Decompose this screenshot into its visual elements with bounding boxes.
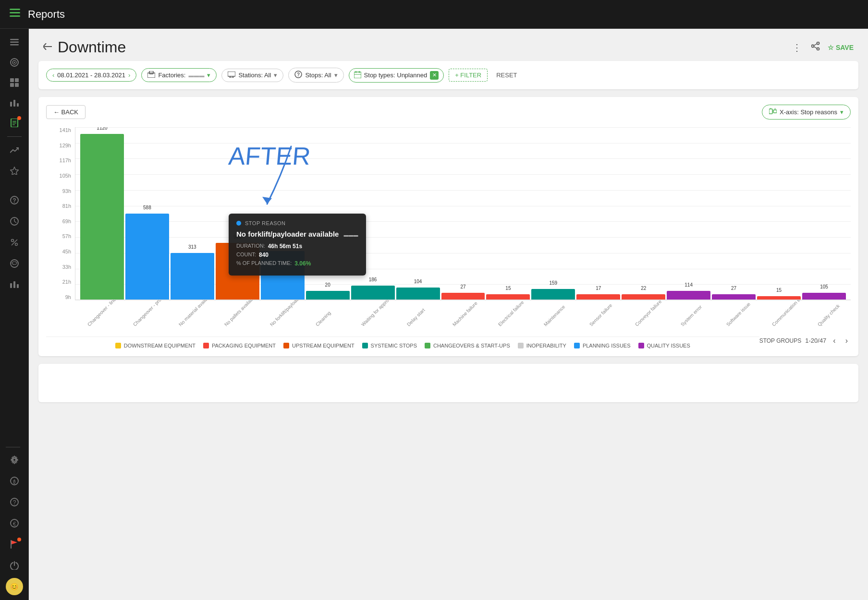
sidebar-item-barchart[interactable]: [6, 94, 23, 111]
calendar-icon: [354, 71, 361, 80]
sidebar-item-target[interactable]: [6, 54, 23, 71]
sidebar-settings[interactable]: [6, 451, 23, 468]
chart-area: 141h129h117h105h93h81h69h57h45h33h21h9h …: [46, 127, 851, 329]
chart-toolbar: ← BACK X-axis: Stop reasons ▾: [46, 105, 851, 120]
svg-text:?: ?: [12, 197, 16, 204]
bar[interactable]: 1120: [80, 134, 124, 300]
legend-color: [203, 343, 209, 348]
hamburger-icon[interactable]: [10, 9, 20, 20]
legend-label: QUALITY ISSUES: [647, 343, 690, 348]
bar[interactable]: 20: [306, 291, 350, 300]
svg-rect-1: [10, 12, 20, 13]
bar-group[interactable]: 22: [622, 127, 665, 300]
legend-color: [362, 343, 368, 348]
bar-group[interactable]: 1120: [80, 127, 124, 300]
bar-group[interactable]: 104: [396, 127, 440, 300]
legend-label: UPSTREAM EQUIPMENT: [292, 343, 355, 348]
stops-filter[interactable]: ? Stops: All ▾: [288, 68, 343, 83]
pagination-range: 1-20/47: [805, 337, 826, 344]
bar[interactable]: 313: [171, 253, 214, 300]
bar[interactable]: 27: [712, 294, 756, 300]
sidebar-item-clock[interactable]: [6, 213, 23, 230]
stations-filter[interactable]: Stations: All ▾: [221, 69, 283, 82]
factories-filter[interactable]: Factories: ▬▬▬ ▾: [141, 68, 217, 82]
bar-group[interactable]: 15: [757, 127, 801, 300]
bar-group[interactable]: 313: [171, 127, 214, 300]
bar[interactable]: 22: [622, 294, 665, 300]
sidebar-power[interactable]: [6, 557, 23, 574]
stop-types-delete-button[interactable]: ✕: [430, 71, 439, 80]
sidebar-item-percent[interactable]: [6, 234, 23, 251]
svg-line-25: [14, 221, 16, 223]
sidebar-item-trending[interactable]: [6, 142, 23, 159]
bar[interactable]: 104: [396, 288, 440, 300]
legend-label: DOWNSTREAM EQUIPMENT: [124, 343, 196, 348]
svg-point-45: [817, 42, 819, 45]
sidebar-item-chart2[interactable]: [6, 276, 23, 293]
bar-group[interactable]: 105: [802, 127, 846, 300]
x-axis-label: No material available: [178, 300, 213, 327]
save-button[interactable]: ☆ SAVE: [828, 44, 854, 51]
xaxis-button[interactable]: X-axis: Stop reasons ▾: [762, 105, 851, 120]
tooltip-pct-row: % OF PLANNED TIME: 3.06%: [236, 260, 358, 267]
avatar[interactable]: 😊: [6, 578, 23, 595]
bar-group[interactable]: 588: [125, 127, 169, 300]
x-axis-label: Cleaning: [315, 310, 332, 327]
bar[interactable]: 27: [441, 293, 485, 300]
sidebar-help2[interactable]: ?: [6, 493, 23, 511]
next-date-icon[interactable]: ›: [128, 72, 130, 79]
bar[interactable]: 114: [667, 291, 710, 300]
sidebar-flag[interactable]: [6, 536, 23, 553]
sidebar-item-list[interactable]: [6, 34, 23, 51]
bar[interactable]: 159: [531, 289, 575, 300]
sidebar-item-reports[interactable]: [6, 114, 23, 132]
bars-container[interactable]: 1120588313962840201861042715159172211427…: [75, 127, 851, 300]
bar[interactable]: 105: [802, 293, 846, 300]
bar[interactable]: 15: [757, 296, 801, 300]
bar-group[interactable]: 15: [486, 127, 530, 300]
breadcrumb-expand-icon[interactable]: [43, 42, 52, 52]
svg-line-28: [12, 240, 17, 245]
stop-types-filter[interactable]: Stop types: Unplanned ✕: [349, 68, 444, 83]
bar[interactable]: 588: [125, 214, 169, 300]
svg-text:₿: ₿: [12, 479, 15, 484]
add-filter-button[interactable]: + FILTER: [449, 69, 488, 82]
bar[interactable]: 15: [486, 294, 530, 300]
legend-label: PACKAGING EQUIPMENT: [212, 343, 276, 348]
date-range-filter[interactable]: ‹ 08.01.2021 - 28.03.2021 ›: [46, 69, 136, 82]
bar-group[interactable]: 159: [531, 127, 575, 300]
prev-date-icon[interactable]: ‹: [52, 72, 54, 79]
sidebar-item-dashboard[interactable]: [6, 74, 23, 91]
sidebar-currency2[interactable]: €: [6, 515, 23, 532]
bar-group[interactable]: 114: [667, 127, 710, 300]
x-axis-label: Quality check: [817, 303, 841, 327]
svg-marker-42: [12, 540, 17, 544]
bar-group[interactable]: 27: [712, 127, 756, 300]
more-options-button[interactable]: ⋮: [790, 40, 804, 55]
share-button[interactable]: [809, 40, 822, 55]
bar-group[interactable]: 27: [441, 127, 485, 300]
y-axis-label: 45h: [62, 249, 71, 254]
svg-point-29: [11, 260, 18, 267]
bar-count: 1120: [97, 127, 107, 131]
monitor-icon: [228, 72, 235, 79]
legend-and-groups: DOWNSTREAM EQUIPMENTPACKAGING EQUIPMENTU…: [46, 333, 759, 348]
svg-point-47: [811, 45, 814, 48]
sidebar-item-star[interactable]: [6, 162, 23, 179]
reset-filter-button[interactable]: RESET: [492, 69, 521, 81]
page-header-left: Downtime: [43, 38, 126, 56]
y-axis: 141h129h117h105h93h81h69h57h45h33h21h9h: [46, 127, 75, 300]
bar-count: 104: [414, 279, 422, 284]
prev-page-button[interactable]: ‹: [830, 336, 838, 346]
x-labels: Changeover - line/machineChangeover - pr…: [75, 300, 851, 329]
sidebar-item-coin[interactable]: [6, 255, 23, 272]
bar-group[interactable]: 17: [576, 127, 620, 300]
next-page-button[interactable]: ›: [843, 336, 851, 346]
sidebar-item-help[interactable]: ?: [6, 192, 23, 209]
back-button[interactable]: ← BACK: [46, 105, 86, 119]
svg-rect-3: [10, 39, 19, 40]
sidebar-currency[interactable]: ₿: [6, 472, 23, 490]
legend-item: UPSTREAM EQUIPMENT: [283, 343, 355, 348]
bar[interactable]: 186: [351, 286, 395, 300]
bar[interactable]: 17: [576, 294, 620, 300]
